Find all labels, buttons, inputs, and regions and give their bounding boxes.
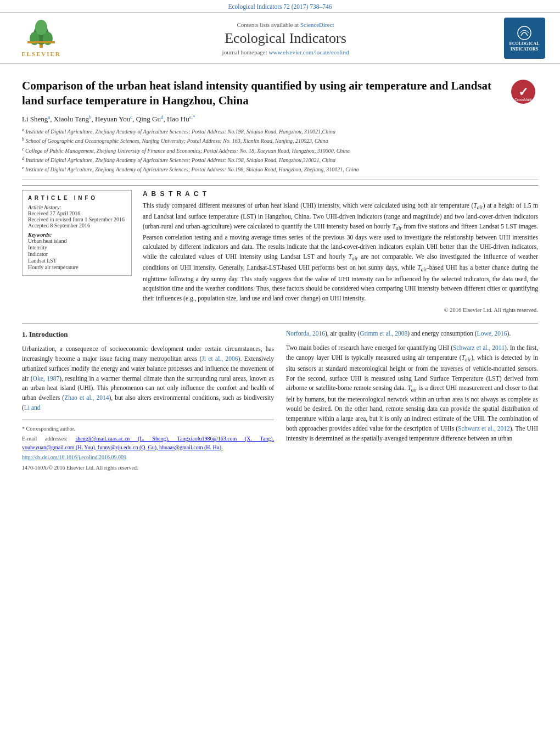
keyword-5: Hourly air temperature bbox=[28, 264, 126, 270]
received-date: Received 27 April 2016 bbox=[28, 210, 126, 216]
elsevier-logo-container: ELSEVIER bbox=[11, 19, 71, 57]
email-line: E-mail addresses: shengli@mail.zaas.ac.c… bbox=[22, 434, 274, 451]
intro-para-3: Two main bodies of research have emerged… bbox=[286, 343, 538, 444]
abstract-copyright: © 2016 Elsevier Ltd. All rights reserved… bbox=[143, 307, 538, 313]
elsevier-logo: ELSEVIER bbox=[21, 19, 61, 57]
revised-date: Received in revised form 1 September 201… bbox=[28, 216, 126, 222]
schwarz-2011-link[interactable]: Schwarz et al., 2011 bbox=[453, 344, 505, 351]
svg-text:CrossMark: CrossMark bbox=[514, 98, 532, 102]
keywords-title: Keywords: bbox=[28, 232, 126, 238]
article-content: Comparison of the urban heat island inte… bbox=[0, 64, 560, 472]
svg-point-4 bbox=[35, 20, 47, 35]
intro-para-2: Norforda, 2016), air quality (Grimm et a… bbox=[286, 329, 538, 339]
article-title-section: Comparison of the urban heat island inte… bbox=[22, 70, 538, 180]
body-two-columns: 1. Introduction Urbanization, a conseque… bbox=[22, 329, 538, 472]
article-info-abstract-section: A R T I C L E I N F O Article history: R… bbox=[22, 185, 538, 313]
journal-header: ELSEVIER Contents lists available at Sci… bbox=[0, 12, 560, 64]
elsevier-text: ELSEVIER bbox=[21, 51, 61, 57]
author-heyuan-you: Heyuan Youc bbox=[95, 115, 132, 123]
keyword-3: Indicator bbox=[28, 251, 126, 257]
ji-2006-link[interactable]: Ji et al., 2006 bbox=[201, 355, 238, 362]
tair-symbol2: Tair bbox=[392, 223, 402, 230]
author-qing-gu: Qing Gud bbox=[136, 115, 164, 123]
footer-copyright: 1470-160X/© 2016 Elsevier Ltd. All right… bbox=[22, 464, 274, 472]
affil-b: b School of Geographic and Oceanographic… bbox=[22, 136, 502, 145]
article-info-box: A R T I C L E I N F O Article history: R… bbox=[22, 190, 132, 276]
affil-e: e Institute of Digital Agriculture, Zhej… bbox=[22, 165, 502, 174]
norforda-link[interactable]: Norforda, 2016 bbox=[286, 330, 325, 337]
homepage-link[interactable]: www.elsevier.com/locate/ecolind bbox=[269, 49, 349, 55]
author-hao-hu: Hao Hue,* bbox=[167, 115, 195, 123]
article-authors: Li Shenga, Xiaolu Tangb, Heyuan Youc, Qi… bbox=[22, 114, 502, 124]
affil-d: d Institute of Digital Agriculture, Zhej… bbox=[22, 155, 502, 164]
journal-badge-container: ECOLOGICALINDICATORS bbox=[500, 18, 549, 59]
abstract-column: A B S T R A C T This study compared diff… bbox=[143, 190, 538, 313]
abstract-section: A B S T R A C T This study compared diff… bbox=[143, 190, 538, 313]
badge-icon bbox=[513, 25, 535, 41]
history-label: Article history: bbox=[28, 204, 126, 210]
intro-para-1: Urbanization, a consequence of socioecon… bbox=[22, 344, 274, 413]
oke-1987-link[interactable]: Oke, 1987 bbox=[33, 375, 60, 382]
header-center: Contents lists available at ScienceDirec… bbox=[71, 21, 500, 55]
abstract-title: A B S T R A C T bbox=[143, 190, 538, 198]
tair-symbol3: Tair bbox=[349, 253, 359, 260]
author-xiaolu-tang: Xiaolu Tangb bbox=[54, 115, 92, 123]
journal-citation: Ecological Indicators 72 (2017) 738–746 bbox=[228, 3, 332, 10]
article-info-column: A R T I C L E I N F O Article history: R… bbox=[22, 190, 132, 313]
tair-body: Tair bbox=[462, 354, 472, 361]
zhao-2014-link[interactable]: Zhao et al., 2014 bbox=[64, 394, 109, 401]
article-info-title: A R T I C L E I N F O bbox=[28, 195, 126, 201]
lowe-2016-link[interactable]: Lowe, 2016 bbox=[477, 330, 507, 337]
svg-text:✓: ✓ bbox=[518, 85, 528, 99]
doi-link[interactable]: http://dx.doi.org/10.1016/j.ecolind.2016… bbox=[22, 454, 126, 460]
body-section: 1. Introduction Urbanization, a conseque… bbox=[22, 323, 538, 472]
article-title-text: Comparison of the urban heat island inte… bbox=[22, 79, 502, 175]
keywords-section: Keywords: Urban heat island Intensity In… bbox=[28, 232, 126, 270]
doi-line: http://dx.doi.org/10.1016/j.ecolind.2016… bbox=[22, 453, 274, 462]
page: Ecological Indicators 72 (2017) 738–746 … bbox=[0, 0, 560, 742]
corresponding-note: * Corresponding author. bbox=[22, 425, 274, 433]
tair-symbol4: Tair bbox=[417, 264, 427, 271]
author-affiliations: a Institute of Digital Agriculture, Zhej… bbox=[22, 127, 502, 174]
keyword-2: Intensity bbox=[28, 244, 126, 250]
email-label: E-mail addresses: bbox=[22, 436, 68, 442]
body-right-column: Norforda, 2016), air quality (Grimm et a… bbox=[286, 329, 538, 472]
sciencedirect-link[interactable]: ScienceDirect bbox=[300, 21, 334, 28]
affil-c: c College of Public Management, Zhejiang… bbox=[22, 146, 502, 155]
contents-line: Contents lists available at ScienceDirec… bbox=[77, 21, 494, 28]
svg-point-6 bbox=[518, 26, 531, 40]
journal-homepage: journal homepage: www.elsevier.com/locat… bbox=[77, 49, 494, 55]
abstract-text: This study compared different measures o… bbox=[143, 201, 538, 304]
accepted-date: Accepted 8 September 2016 bbox=[28, 222, 126, 228]
author-li-sheng: Li Shenga bbox=[22, 115, 50, 123]
svg-rect-5 bbox=[27, 41, 55, 43]
crossmark-icon: ✓ CrossMark bbox=[510, 79, 536, 105]
grimm-2008-link[interactable]: Grimm et al., 2008 bbox=[360, 330, 407, 337]
tair-body2: Tair bbox=[407, 384, 417, 391]
affil-a: a Institute of Digital Agriculture, Zhej… bbox=[22, 127, 502, 136]
elsevier-tree-icon bbox=[25, 19, 58, 49]
badge-title: ECOLOGICALINDICATORS bbox=[509, 41, 539, 52]
article-title: Comparison of the urban heat island inte… bbox=[22, 79, 502, 109]
keyword-4: Landsat LST bbox=[28, 258, 126, 264]
tair-symbol: Tair bbox=[473, 202, 483, 209]
keyword-1: Urban heat island bbox=[28, 238, 126, 244]
li-and-link[interactable]: Li and bbox=[24, 404, 41, 411]
keywords-list: Urban heat island Intensity Indicator La… bbox=[28, 238, 126, 270]
crossmark-container: ✓ CrossMark bbox=[508, 79, 538, 105]
schwarz-2012-link[interactable]: Schwarz et al., 2012 bbox=[458, 425, 510, 432]
article-history: Article history: Received 27 April 2016 … bbox=[28, 204, 126, 228]
journal-title: Ecological Indicators bbox=[77, 30, 494, 47]
eco-indicators-badge: ECOLOGICALINDICATORS bbox=[504, 18, 545, 59]
body-left-column: 1. Introduction Urbanization, a conseque… bbox=[22, 329, 274, 472]
section1-heading: 1. Introduction bbox=[22, 329, 274, 340]
footer-section: * Corresponding author. E-mail addresses… bbox=[22, 420, 274, 472]
journal-citation-bar: Ecological Indicators 72 (2017) 738–746 bbox=[0, 0, 560, 12]
